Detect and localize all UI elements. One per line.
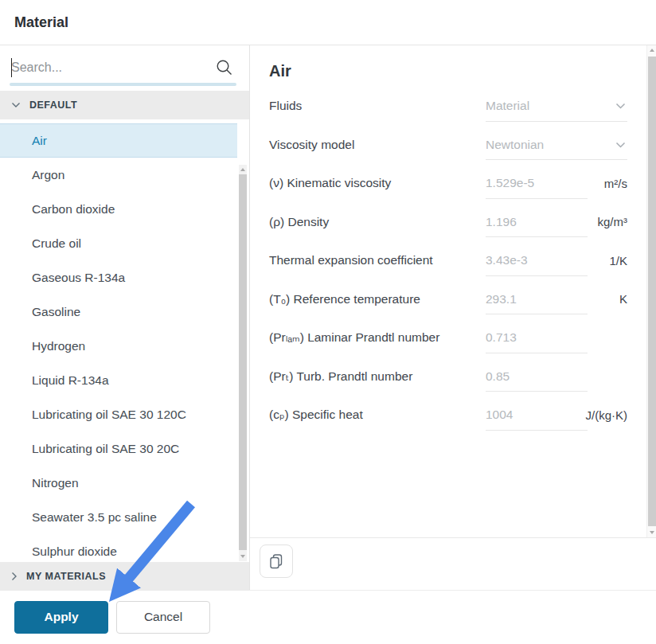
- material-detail-panel: Air FluidsMaterialViscosity modelNewtoni…: [249, 45, 656, 590]
- material-item-liquid-r-134a[interactable]: Liquid R-134a: [0, 363, 237, 397]
- material-item-gaseous-r-134a[interactable]: Gaseous R-134a: [0, 260, 237, 295]
- material-browser-panel: DEFAULT AirArgonCarbon dioxideCrude oilG…: [0, 45, 249, 590]
- property-row: (cₚ) Specific heat1004J/(kg·K): [269, 396, 627, 435]
- scroll-up-arrow[interactable]: [647, 45, 656, 55]
- property-field-dropdown[interactable]: Material: [486, 87, 627, 126]
- material-item-lubricating-oil-sae-30-120c[interactable]: Lubricating oil SAE 30 120C: [0, 397, 237, 431]
- property-row: Thermal expansion coefficient3.43e-31/K: [269, 241, 627, 280]
- dialog-title: Material: [14, 14, 68, 31]
- property-value: Newtonian: [486, 138, 544, 152]
- copy-material-button[interactable]: [260, 544, 293, 578]
- property-label: (T₀) Reference temperature: [269, 292, 486, 306]
- field-underline: [486, 198, 588, 199]
- property-field-number[interactable]: 293.1K: [486, 280, 627, 319]
- dialog-action-bar: Apply Cancel: [0, 591, 656, 643]
- material-item-sulphur-dioxide[interactable]: Sulphur dioxide: [0, 534, 237, 562]
- section-header-default[interactable]: DEFAULT: [0, 91, 249, 119]
- property-label: (cₚ) Specific heat: [269, 408, 486, 422]
- detail-scrollbar: [646, 45, 656, 537]
- dialog-body: DEFAULT AirArgonCarbon dioxideCrude oilG…: [0, 45, 656, 591]
- property-value: 1.529e-5: [486, 176, 534, 190]
- material-item-argon[interactable]: Argon: [0, 158, 237, 192]
- property-field-dropdown[interactable]: Newtonian: [486, 126, 627, 165]
- property-value: Material: [486, 99, 529, 113]
- property-field-number[interactable]: 0.713: [486, 318, 627, 357]
- field-underline: [486, 430, 588, 431]
- material-detail-footer: [250, 537, 656, 590]
- property-label: (ρ) Density: [269, 215, 486, 229]
- property-label: (Prₗₐₘ) Laminar Prandtl number: [269, 330, 486, 345]
- material-list-scrollbar: [239, 165, 247, 561]
- scroll-down-arrow[interactable]: [239, 552, 247, 561]
- material-detail-content: Air FluidsMaterialViscosity modelNewtoni…: [250, 45, 656, 537]
- property-list: FluidsMaterialViscosity modelNewtonian(ν…: [269, 87, 627, 435]
- property-row: (Prₗₐₘ) Laminar Prandtl number0.713: [269, 318, 627, 357]
- material-item-hydrogen[interactable]: Hydrogen: [0, 329, 237, 363]
- scroll-up-arrow[interactable]: [239, 165, 247, 174]
- property-row: (Prₜ) Turb. Prandtl number0.85: [269, 357, 627, 396]
- property-row: (T₀) Reference temperature293.1K: [269, 280, 627, 319]
- search-focus-underline: [10, 83, 236, 86]
- property-row: Viscosity modelNewtonian: [269, 126, 627, 165]
- property-row: (ν) Kinematic viscosity1.529e-5m²/s: [269, 164, 627, 203]
- material-item-nitrogen[interactable]: Nitrogen: [0, 466, 237, 500]
- property-label: (ν) Kinematic viscosity: [269, 176, 486, 190]
- material-list: AirArgonCarbon dioxideCrude oilGaseous R…: [0, 119, 249, 562]
- scrollbar-thumb[interactable]: [239, 174, 247, 550]
- property-field-number[interactable]: 3.43e-31/K: [486, 241, 627, 280]
- field-underline: [486, 236, 588, 237]
- text-caret: [11, 58, 12, 77]
- scrollbar-thumb[interactable]: [648, 57, 656, 526]
- material-item-lubricating-oil-sae-30-20c[interactable]: Lubricating oil SAE 30 20C: [0, 431, 237, 466]
- material-detail-title: Air: [269, 62, 627, 80]
- search-row: [0, 45, 249, 91]
- property-field-number[interactable]: 1.196kg/m³: [486, 203, 627, 242]
- material-item-carbon-dioxide[interactable]: Carbon dioxide: [0, 192, 237, 226]
- field-underline: [486, 353, 588, 353]
- dialog-header: Material: [0, 0, 656, 45]
- property-label: Thermal expansion coefficient: [269, 253, 486, 267]
- material-item-air[interactable]: Air: [0, 123, 237, 158]
- search-input[interactable]: [11, 53, 202, 82]
- chevron-down-icon: [615, 103, 626, 110]
- chevron-down-icon: [11, 102, 21, 108]
- property-value: 293.1: [486, 292, 517, 306]
- search-icon[interactable]: [216, 59, 233, 76]
- material-item-gasoline[interactable]: Gasoline: [0, 295, 237, 329]
- chevron-down-icon: [615, 142, 626, 149]
- section-header-my-materials[interactable]: MY MATERIALS: [0, 562, 249, 591]
- property-unit: 1/K: [528, 254, 627, 267]
- material-item-crude-oil[interactable]: Crude oil: [0, 226, 237, 260]
- property-value: 1.196: [486, 215, 517, 229]
- property-value: 0.85: [486, 369, 510, 384]
- property-unit: m²/s: [534, 177, 627, 190]
- chevron-right-icon: [11, 572, 18, 581]
- field-underline: [486, 159, 627, 160]
- property-field-number[interactable]: 1004J/(kg·K): [486, 396, 627, 435]
- property-value: 0.713: [486, 330, 517, 345]
- material-item-seawater-3-5-pc-saline[interactable]: Seawater 3.5 pc saline: [0, 500, 237, 534]
- field-underline: [486, 275, 588, 276]
- property-label: Viscosity model: [269, 138, 486, 152]
- property-unit: kg/m³: [517, 215, 627, 228]
- apply-button[interactable]: Apply: [14, 601, 108, 634]
- field-underline: [486, 121, 627, 122]
- scroll-down-arrow[interactable]: [647, 528, 656, 537]
- property-value: 1004: [486, 408, 513, 422]
- property-unit: K: [517, 292, 627, 306]
- property-field-number[interactable]: 1.529e-5m²/s: [486, 164, 627, 203]
- material-dialog: Material DEFAULT AirArgonCarbon dioxideC…: [0, 0, 656, 644]
- property-field-number[interactable]: 0.85: [486, 357, 627, 396]
- field-underline: [486, 391, 588, 392]
- section-label: DEFAULT: [29, 100, 77, 111]
- section-label: MY MATERIALS: [26, 571, 106, 582]
- copy-icon: [268, 553, 284, 569]
- cancel-button[interactable]: Cancel: [116, 601, 210, 634]
- property-unit: J/(kg·K): [513, 408, 627, 422]
- property-row: FluidsMaterial: [269, 87, 627, 126]
- property-row: (ρ) Density1.196kg/m³: [269, 203, 627, 242]
- property-value: 3.43e-3: [486, 253, 528, 267]
- property-label: (Prₜ) Turb. Prandtl number: [269, 369, 486, 384]
- field-underline: [486, 314, 588, 314]
- property-label: Fluids: [269, 99, 486, 113]
